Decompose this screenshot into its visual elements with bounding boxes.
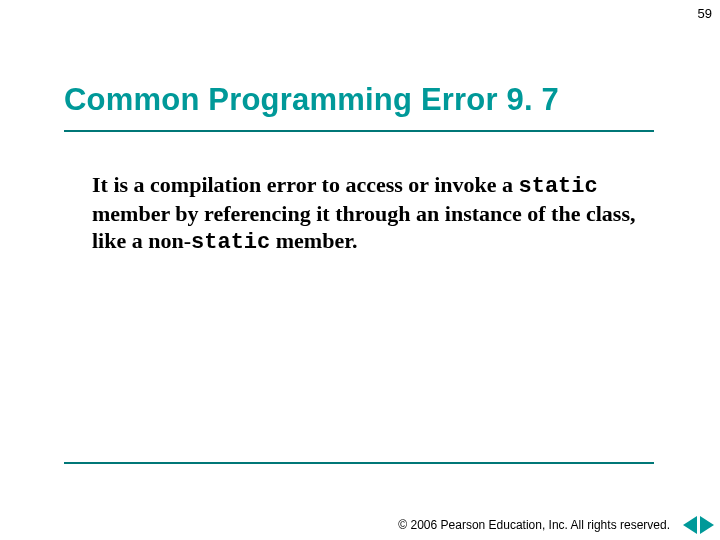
prev-slide-icon[interactable] <box>683 516 697 534</box>
divider-top <box>64 130 654 132</box>
slide: 59 Common Programming Error 9. 7 It is a… <box>0 0 720 540</box>
next-slide-icon[interactable] <box>700 516 714 534</box>
body-segment: member. <box>270 228 357 253</box>
body-text: It is a compilation error to access or i… <box>92 172 652 256</box>
slide-title: Common Programming Error 9. 7 <box>64 82 559 118</box>
code-keyword: static <box>519 174 598 199</box>
code-keyword: static <box>191 230 270 255</box>
copyright-footer: © 2006 Pearson Education, Inc. All right… <box>398 518 670 532</box>
divider-bottom <box>64 462 654 464</box>
slide-nav <box>683 516 714 534</box>
page-number: 59 <box>698 6 712 21</box>
body-segment: member by referencing it through an inst… <box>92 201 635 253</box>
body-segment: It is a compilation error to access or i… <box>92 172 519 197</box>
